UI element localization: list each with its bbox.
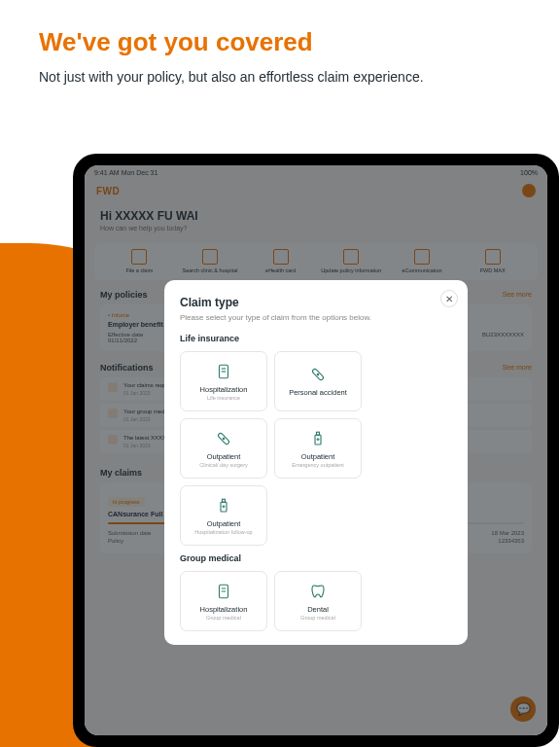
claim-type-modal: ✕ Claim type Please select your type of … — [164, 280, 468, 645]
hero-title: We've got you covered — [39, 27, 521, 57]
claim-type-tile[interactable]: Outpatient Hospitalization follow-up — [180, 485, 267, 546]
hero-subtitle: Not just with your policy, but also an e… — [39, 67, 521, 88]
claim-type-tile[interactable]: Hospitalization Group medical — [180, 571, 267, 631]
modal-subtitle: Please select your type of claim from th… — [180, 313, 452, 322]
tile-subtitle: Group medical — [206, 615, 241, 621]
claim-group-label: Life insurance — [180, 334, 452, 343]
tooth-icon — [309, 583, 327, 600]
modal-title: Claim type — [180, 296, 452, 309]
tile-subtitle: Emergency outpatient — [292, 462, 344, 468]
tile-subtitle: Clinical/ day surgery — [199, 462, 248, 468]
doc-icon — [215, 363, 232, 380]
bottle-icon — [215, 497, 232, 515]
bandage-icon — [309, 366, 327, 383]
bottle-icon — [309, 430, 327, 447]
claim-type-tile[interactable]: Personal accident — [274, 351, 362, 411]
svg-point-6 — [223, 438, 225, 440]
claim-group-label: Group medical — [180, 553, 452, 563]
svg-rect-12 — [223, 499, 226, 502]
claim-type-tile[interactable]: Outpatient Clinical/ day surgery — [180, 418, 267, 479]
svg-rect-3 — [312, 369, 325, 381]
claim-type-tile[interactable]: Dental Group medical — [274, 571, 362, 631]
close-icon: ✕ — [445, 294, 453, 304]
svg-rect-8 — [317, 432, 320, 435]
app-screen: 9:41 AM Mon Dec 31 100% FWD Hi XXXXX FU … — [85, 165, 547, 735]
tile-subtitle: Hospitalization follow-up — [194, 529, 252, 535]
close-button[interactable]: ✕ — [440, 290, 458, 307]
hero-section: We've got you covered Not just with your… — [0, 0, 560, 107]
tile-title: Dental — [307, 605, 329, 614]
svg-point-4 — [317, 374, 319, 375]
tile-title: Hospitalization — [200, 385, 248, 394]
tile-subtitle: Group medical — [300, 615, 335, 621]
tile-title: Hospitalization — [200, 605, 248, 614]
tile-title: Outpatient — [207, 519, 241, 528]
bandage-icon — [215, 430, 232, 447]
doc-icon — [215, 583, 232, 600]
claim-tiles-group: Hospitalization Group medical Dental Gro… — [180, 571, 452, 631]
tablet-frame: 9:41 AM Mon Dec 31 100% FWD Hi XXXXX FU … — [73, 154, 559, 747]
claim-type-tile[interactable]: Hospitalization Life insurance — [180, 351, 267, 411]
tile-title: Outpatient — [207, 452, 241, 461]
claim-type-tile[interactable]: Outpatient Emergency outpatient — [274, 418, 362, 479]
tile-subtitle: Life insurance — [207, 395, 240, 401]
claim-tiles-group: Hospitalization Life insurance Personal … — [180, 351, 452, 546]
tile-title: Outpatient — [301, 452, 335, 461]
tile-title: Personal accident — [289, 388, 347, 397]
svg-rect-5 — [218, 432, 230, 445]
